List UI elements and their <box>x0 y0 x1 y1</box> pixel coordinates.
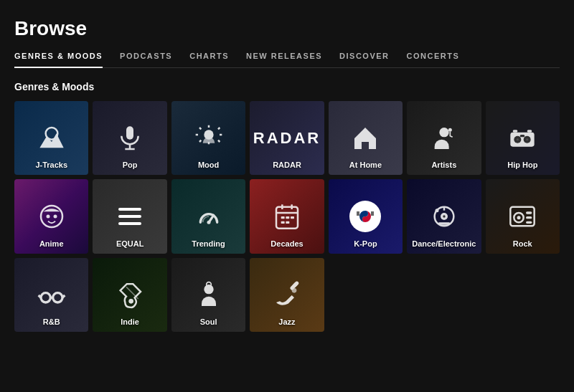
soul-person-icon <box>194 281 223 310</box>
anime-face-icon <box>37 202 66 231</box>
card-jazz[interactable]: Jazz <box>250 258 324 332</box>
card-j-tracks[interactable]: J-Tracks <box>14 101 88 175</box>
card-label: At Home <box>329 161 403 169</box>
card-radar[interactable]: RADAR RADAR <box>250 101 324 175</box>
svg-point-53 <box>128 299 133 304</box>
card-label: Pop <box>93 161 166 169</box>
svg-rect-25 <box>286 216 289 219</box>
cloud-sun-icon <box>194 124 223 153</box>
svg-point-38 <box>443 215 445 217</box>
card-label: Trending <box>171 239 245 248</box>
tab-new-releases[interactable]: NEW RELEASES <box>246 52 322 67</box>
microphone-icon <box>116 124 144 153</box>
card-label: Dance/Electronic <box>407 239 481 248</box>
svg-line-52 <box>62 295 65 297</box>
svg-point-59 <box>292 288 297 293</box>
browse-page: Browse GENRES & MOODS PODCASTS CHARTS NE… <box>0 0 574 332</box>
tab-concerts[interactable]: CONCERTS <box>407 52 460 67</box>
home-icon <box>351 124 380 153</box>
gauge-icon <box>194 202 223 231</box>
card-label: Rock <box>486 239 560 248</box>
svg-rect-28 <box>286 221 289 224</box>
card-label: J-Tracks <box>14 161 88 169</box>
kpop-flag-icon <box>349 201 381 232</box>
svg-rect-26 <box>291 216 294 219</box>
svg-point-11 <box>517 138 519 140</box>
boombox-icon <box>508 124 537 153</box>
svg-point-55 <box>204 285 213 294</box>
card-indie[interactable]: Indie <box>93 258 166 332</box>
card-artists[interactable]: Artists <box>407 101 481 175</box>
card-equal[interactable]: EQUAL <box>93 179 166 253</box>
nav-tabs: GENRES & MOODS PODCASTS CHARTS NEW RELEA… <box>14 52 560 68</box>
card-anime[interactable]: Anime <box>14 179 88 253</box>
dj-icon <box>430 202 458 231</box>
card-rnb[interactable]: R&B <box>14 258 88 332</box>
genre-grid: J-Tracks Pop Mood <box>14 101 560 332</box>
trumpet-icon <box>273 281 301 310</box>
svg-rect-7 <box>511 132 535 146</box>
card-rock[interactable]: Rock <box>486 179 560 253</box>
svg-rect-1 <box>126 126 133 139</box>
card-trending[interactable]: Trending <box>171 179 245 253</box>
card-mood[interactable]: Mood <box>171 101 245 175</box>
amp-icon <box>508 202 537 231</box>
section-title: Genres & Moods <box>14 81 560 92</box>
card-label: Decades <box>250 239 324 248</box>
card-decades[interactable]: Decades <box>250 179 324 253</box>
person-music-icon <box>430 124 458 153</box>
svg-point-44 <box>517 216 521 219</box>
svg-line-51 <box>38 295 40 297</box>
svg-point-5 <box>439 128 448 137</box>
svg-point-6 <box>448 128 452 132</box>
svg-point-40 <box>435 209 438 212</box>
card-label: EQUAL <box>93 239 166 248</box>
svg-rect-13 <box>513 130 518 132</box>
svg-point-12 <box>526 138 528 140</box>
card-label: Anime <box>14 239 88 248</box>
card-label: Jazz <box>250 317 324 326</box>
card-label: R&B <box>14 317 88 326</box>
card-label: Hip Hop <box>486 161 560 169</box>
card-label: Mood <box>171 161 245 169</box>
svg-point-48 <box>41 292 50 302</box>
svg-point-49 <box>52 292 62 302</box>
tab-podcasts[interactable]: PODCASTS <box>120 52 172 67</box>
mountain-icon <box>37 124 66 153</box>
svg-rect-47 <box>526 221 532 224</box>
svg-point-16 <box>46 215 50 219</box>
calendar-icon <box>273 202 301 231</box>
svg-point-17 <box>53 215 57 219</box>
svg-rect-46 <box>526 216 532 219</box>
svg-rect-27 <box>281 221 285 224</box>
glasses-icon <box>37 281 66 310</box>
tab-genres-moods[interactable]: GENRES & MOODS <box>14 52 103 67</box>
svg-rect-41 <box>438 222 451 224</box>
card-k-pop[interactable]: K-Pop <box>329 179 403 253</box>
card-label: K-Pop <box>329 239 403 248</box>
card-at-home[interactable]: At Home <box>329 101 403 175</box>
svg-rect-45 <box>526 211 532 214</box>
tab-discover[interactable]: DISCOVER <box>339 52 389 67</box>
card-hip-hop[interactable]: Hip Hop <box>486 101 560 175</box>
card-soul[interactable]: Soul <box>171 258 245 332</box>
card-label: Artists <box>407 161 481 169</box>
tab-charts[interactable]: CHARTS <box>189 52 229 67</box>
card-label: Soul <box>171 317 245 326</box>
card-pop[interactable]: Pop <box>93 101 166 175</box>
svg-rect-24 <box>281 216 285 219</box>
svg-rect-14 <box>527 130 532 132</box>
radar-title: RADAR <box>253 129 321 148</box>
svg-point-19 <box>207 221 210 224</box>
svg-rect-10 <box>520 135 525 137</box>
guitar-icon <box>116 281 144 310</box>
card-label: RADAR <box>250 161 324 169</box>
card-dance-electronic[interactable]: Dance/Electronic <box>407 179 481 253</box>
page-title: Browse <box>14 17 560 40</box>
card-label: Indie <box>93 317 166 326</box>
